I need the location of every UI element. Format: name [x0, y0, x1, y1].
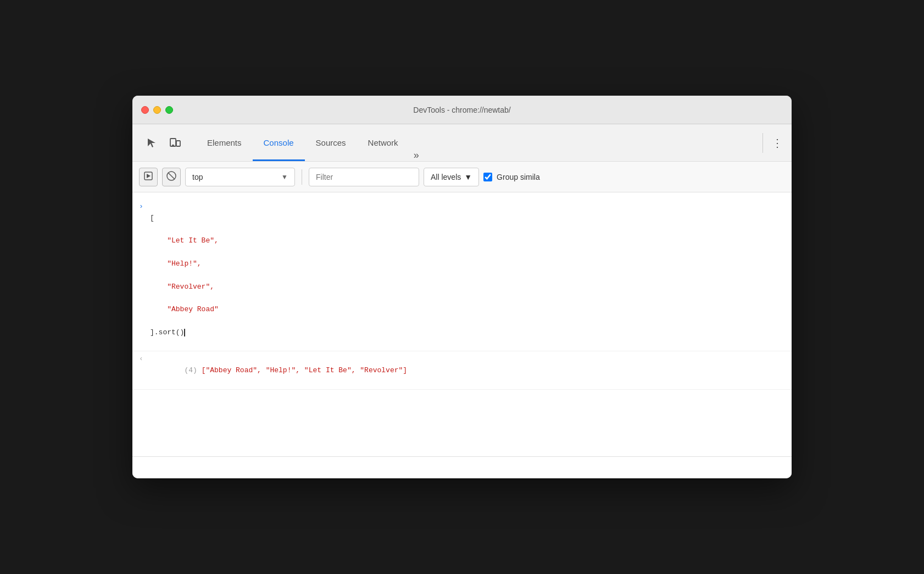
execute-button[interactable] — [139, 168, 158, 186]
clear-console-button[interactable] — [162, 168, 181, 186]
device-toolbar-button[interactable] — [165, 133, 185, 153]
traffic-lights — [141, 106, 173, 114]
toolbar-separator — [302, 169, 302, 185]
context-value: top — [192, 173, 203, 181]
group-similar-toggle[interactable]: Group simila — [483, 173, 540, 181]
console-input-entry: › [ "Let It Be", "Help!", "Revolver", "A… — [132, 199, 792, 351]
output-arrow[interactable]: ‹ — [139, 352, 150, 363]
devtools-window: DevTools - chrome://newtab/ Elements — [132, 96, 792, 478]
title-bar: DevTools - chrome://newtab/ — [132, 96, 792, 124]
console-toolbar: top ▼ All levels ▼ Group simila — [132, 162, 792, 192]
string-revolver: "Revolver", — [150, 283, 214, 291]
tab-elements[interactable]: Elements — [196, 124, 253, 161]
execute-icon — [144, 172, 153, 183]
levels-label: All levels — [431, 173, 461, 181]
result-count: (4) — [184, 366, 201, 374]
devtools-menu-button[interactable]: ⋮ — [767, 136, 787, 150]
svg-line-6 — [168, 173, 175, 179]
context-selector[interactable]: top ▼ — [185, 168, 295, 186]
window-title: DevTools - chrome://newtab/ — [413, 106, 510, 114]
result-array: ["Abbey Road", "Help!", "Let It Be", "Re… — [202, 366, 407, 374]
group-similar-checkbox[interactable] — [483, 173, 492, 181]
tab-sources[interactable]: Sources — [305, 124, 357, 161]
tabs-container: Elements Console Sources Network » — [196, 124, 758, 161]
filter-input[interactable] — [309, 168, 419, 186]
tab-separator — [762, 133, 763, 153]
clear-icon — [166, 171, 176, 183]
close-button[interactable] — [141, 106, 149, 114]
tab-network[interactable]: Network — [357, 124, 409, 161]
output-result-block: (4) ["Abbey Road", "Help!", "Let It Be",… — [150, 352, 785, 388]
open-bracket: [ — [150, 214, 154, 222]
string-help: "Help!", — [150, 260, 202, 268]
minimize-button[interactable] — [153, 106, 161, 114]
group-similar-label: Group simila — [497, 173, 540, 181]
devtools-icon-group — [137, 133, 191, 153]
levels-arrow-icon: ▼ — [464, 173, 472, 181]
tab-bar: Elements Console Sources Network » ⋮ — [132, 124, 792, 162]
tab-console[interactable]: Console — [253, 124, 305, 161]
console-output: › [ "Let It Be", "Help!", "Revolver", "A… — [132, 192, 792, 456]
inspect-element-button[interactable] — [142, 133, 162, 153]
input-code-block: [ "Let It Be", "Help!", "Revolver", "Abb… — [150, 200, 785, 350]
bottom-bar — [132, 456, 792, 478]
context-arrow-icon: ▼ — [281, 173, 288, 181]
log-levels-button[interactable]: All levels ▼ — [424, 168, 479, 186]
svg-rect-1 — [176, 141, 180, 146]
input-arrow[interactable]: › — [139, 200, 150, 211]
string-abbey-road: "Abbey Road" — [150, 305, 219, 313]
console-output-entry: ‹ (4) ["Abbey Road", "Help!", "Let It Be… — [132, 351, 792, 389]
sort-method: ].sort() — [150, 328, 185, 336]
string-let-it-be: "Let It Be", — [150, 236, 219, 245]
maximize-button[interactable] — [165, 106, 173, 114]
svg-marker-4 — [147, 174, 151, 178]
more-tabs-button[interactable]: » — [409, 150, 424, 161]
